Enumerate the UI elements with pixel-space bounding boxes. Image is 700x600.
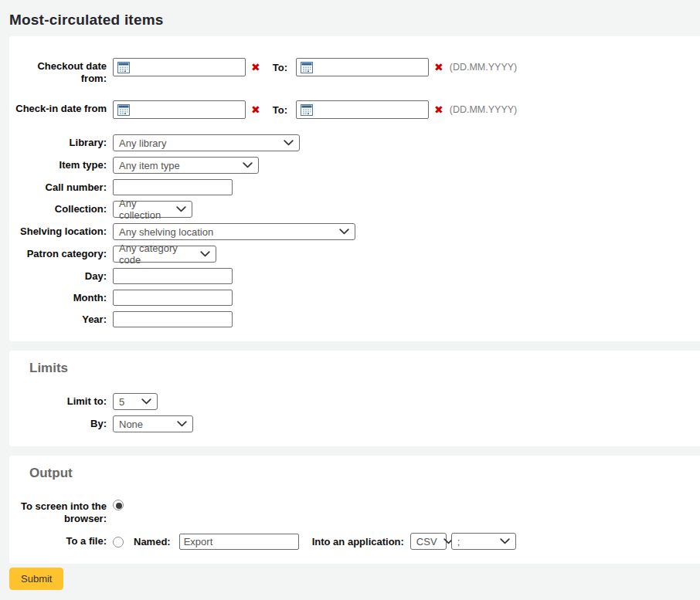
chevron-down-icon — [176, 206, 186, 212]
year-row: Year: — [9, 311, 688, 327]
item-type-select-value: Any item type — [119, 160, 180, 171]
library-row: Library: Any library — [9, 134, 688, 151]
clear-date-icon[interactable]: ✖ — [251, 62, 260, 73]
shelving-location-select[interactable]: Any shelving location — [113, 223, 355, 240]
item-type-select[interactable]: Any item type — [113, 157, 259, 174]
calendar-icon[interactable] — [117, 104, 130, 116]
collection-select-value: Any collection — [119, 198, 170, 221]
clear-date-icon[interactable]: ✖ — [434, 62, 443, 73]
limit-by-select-value: None — [119, 419, 143, 430]
call-number-label: Call number: — [9, 179, 107, 194]
day-input[interactable] — [113, 268, 233, 284]
output-panel: Output To screen into the browser: To a … — [9, 456, 700, 564]
page-title: Most-circulated items — [9, 12, 164, 28]
day-row: Day: — [9, 268, 688, 284]
checkout-to-field[interactable] — [296, 58, 429, 76]
limit-to-row: Limit to: 5 — [9, 393, 688, 410]
checkout-from-field[interactable] — [113, 58, 246, 76]
to-file-label: To a file: — [9, 533, 107, 547]
year-input[interactable] — [113, 311, 233, 327]
checkin-from-input[interactable] — [134, 103, 245, 117]
named-label: Named: — [134, 536, 171, 547]
limits-panel: Limits Limit to: 5 By: None — [9, 351, 700, 446]
limit-to-select-value: 5 — [119, 396, 124, 408]
library-label: Library: — [9, 134, 107, 149]
collection-row: Collection: Any collection — [9, 201, 688, 218]
month-input[interactable] — [113, 290, 233, 306]
output-heading: Output — [29, 466, 688, 481]
date-format-hint: (DD.MM.YYYY) — [450, 62, 518, 73]
checkin-to-field[interactable] — [296, 100, 429, 119]
chevron-down-icon — [284, 140, 294, 146]
item-type-label: Item type: — [9, 157, 107, 171]
calendar-icon[interactable] — [301, 62, 313, 73]
checkin-to-label: To: — [273, 104, 287, 116]
patron-category-row: Patron category: Any category code — [9, 246, 688, 263]
chevron-down-icon — [339, 229, 349, 235]
chevron-down-icon — [141, 398, 151, 405]
checkin-to-input[interactable] — [318, 103, 428, 117]
library-select[interactable]: Any library — [113, 134, 300, 151]
limits-heading: Limits — [29, 361, 688, 376]
submit-button[interactable]: Submit — [9, 568, 63, 590]
checkout-date-row: Checkout date from: ✖ To: ✖ (DD.MM.YYYY) — [9, 58, 688, 85]
collection-select[interactable]: Any collection — [113, 201, 192, 218]
patron-category-select[interactable]: Any category code — [113, 246, 216, 263]
file-format-select-value: CSV — [416, 536, 437, 547]
checkin-from-label: Check-in date from — [9, 100, 107, 115]
shelving-location-row: Shelving location: Any shelving location — [9, 223, 688, 240]
checkout-from-label: Checkout date from: — [9, 58, 107, 85]
year-label: Year: — [9, 311, 107, 326]
calendar-icon[interactable] — [301, 104, 313, 116]
to-screen-row: To screen into the browser: — [9, 498, 688, 525]
shelving-location-label: Shelving location: — [9, 223, 107, 238]
day-label: Day: — [9, 268, 107, 283]
month-label: Month: — [9, 290, 107, 304]
chevron-down-icon — [177, 421, 187, 427]
to-screen-radio[interactable] — [113, 500, 124, 510]
library-select-value: Any library — [119, 137, 166, 149]
chevron-down-icon — [243, 162, 253, 168]
date-format-hint: (DD.MM.YYYY) — [450, 104, 518, 115]
checkin-from-field[interactable] — [113, 100, 246, 119]
month-row: Month: — [9, 290, 688, 306]
to-screen-label: To screen into the browser: — [9, 498, 107, 525]
call-number-row: Call number: — [9, 179, 688, 195]
chevron-down-icon — [500, 538, 510, 544]
patron-category-label: Patron category: — [9, 246, 107, 260]
separator-select[interactable]: ; — [451, 533, 516, 550]
chevron-down-icon — [200, 251, 210, 257]
checkout-to-input[interactable] — [318, 61, 428, 74]
patron-category-select-value: Any category code — [119, 242, 194, 266]
clear-date-icon[interactable]: ✖ — [251, 104, 260, 115]
to-file-row: To a file: Named: Into an application: C… — [9, 533, 688, 550]
shelving-location-select-value: Any shelving location — [119, 226, 213, 238]
checkin-date-row: Check-in date from ✖ To: ✖ (DD.MM.YYYY) — [9, 100, 688, 119]
calendar-icon[interactable] — [117, 62, 130, 73]
checkout-from-input[interactable] — [134, 61, 245, 74]
clear-date-icon[interactable]: ✖ — [434, 104, 443, 115]
item-type-row: Item type: Any item type — [9, 157, 688, 174]
into-application-label: Into an application: — [312, 536, 404, 547]
file-format-select[interactable]: CSV — [410, 533, 447, 550]
to-file-radio[interactable] — [113, 537, 124, 547]
call-number-input[interactable] — [113, 179, 233, 195]
filename-input[interactable] — [179, 534, 299, 550]
filters-panel: Checkout date from: ✖ To: ✖ (DD.MM.YYYY) — [9, 36, 700, 341]
limit-by-row: By: None — [9, 415, 688, 432]
limit-to-select[interactable]: 5 — [113, 393, 158, 410]
collection-label: Collection: — [9, 201, 107, 215]
limit-to-label: Limit to: — [9, 393, 107, 408]
page-header: Most-circulated items — [0, 0, 700, 36]
limit-by-select[interactable]: None — [113, 415, 193, 432]
checkout-to-label: To: — [273, 62, 287, 73]
separator-select-value: ; — [457, 536, 460, 547]
limit-by-label: By: — [9, 415, 107, 430]
